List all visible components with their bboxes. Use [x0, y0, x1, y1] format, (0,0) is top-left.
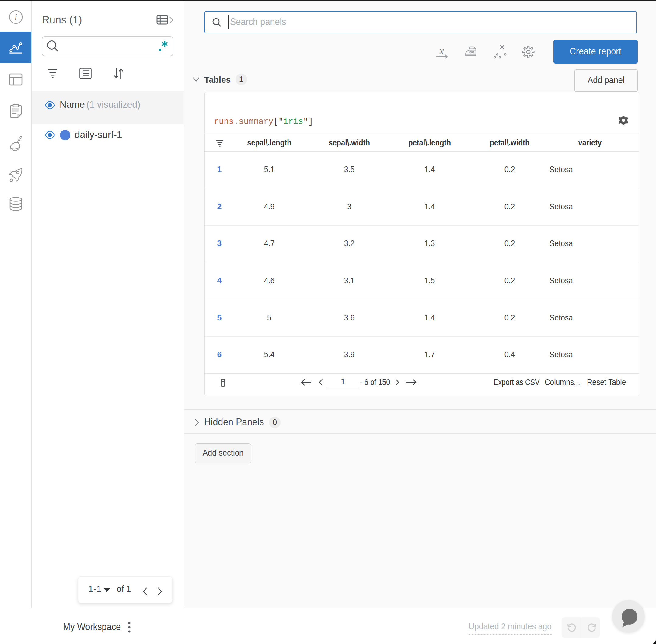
svg-text:x: x — [439, 46, 444, 57]
svg-text:i: i — [15, 12, 17, 23]
